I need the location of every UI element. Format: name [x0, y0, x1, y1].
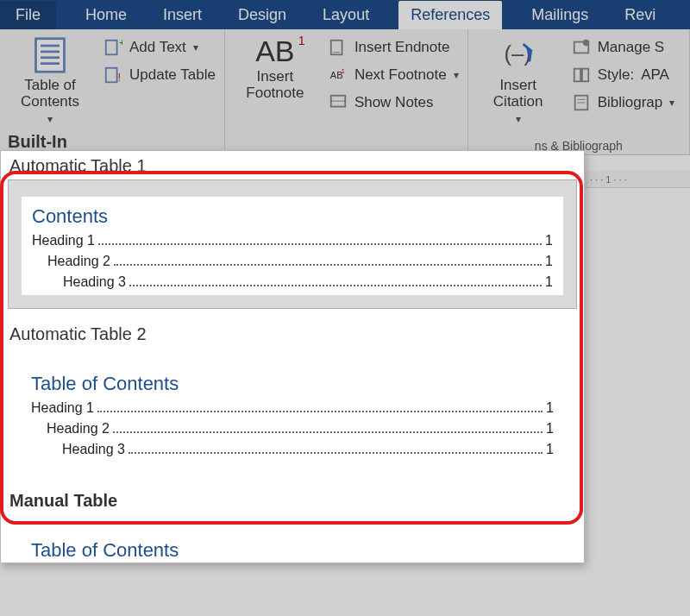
add-text-button[interactable]: + Add Text — [104, 38, 216, 57]
svg-point-17 — [582, 40, 588, 46]
manual-preview: Table of Contents — [21, 531, 564, 562]
auto2-row-0: Heading 11 — [31, 400, 554, 416]
svg-rect-18 — [574, 69, 580, 82]
group-citations: (–) Insert Citation Manage S Style: APA — [468, 29, 690, 154]
manage-sources-button[interactable]: Manage S — [572, 38, 675, 57]
auto2-row-2: Heading 31 — [31, 442, 554, 457]
update-table-button[interactable]: ! Update Table — [104, 66, 216, 85]
tab-file[interactable]: File — [0, 1, 56, 29]
insert-endnote-button[interactable]: Insert Endnote — [329, 38, 459, 57]
auto2-title: Table of Contents — [31, 373, 554, 395]
svg-rect-5 — [106, 41, 117, 55]
group-footnotes: AB1 Insert Footnote Insert Endnote AB1 N… — [225, 29, 468, 154]
gallery-header: Built-In — [8, 132, 67, 152]
svg-rect-7 — [106, 68, 117, 83]
gallery-category-manual: Manual Table — [1, 486, 584, 512]
endnote-icon — [329, 38, 348, 57]
tab-review[interactable]: Revi — [618, 1, 662, 29]
auto2-row-1: Heading 21 — [31, 421, 554, 437]
bibliography-label: Bibliograp — [598, 94, 663, 111]
next-footnote-label: Next Footnote — [354, 66, 447, 84]
ruler: · · · 1 · · · — [585, 171, 690, 188]
insert-citation-button[interactable]: (–) Insert Citation — [477, 35, 560, 137]
tab-mailings[interactable]: Mailings — [524, 1, 595, 29]
toc-icon — [31, 36, 69, 74]
style-value: APA — [641, 66, 669, 84]
ribbon-tabs: File Home Insert Design Layout Reference… — [0, 0, 690, 29]
gallery-category-auto1: Automatic Table 1 — [1, 151, 584, 178]
gallery-category-auto2: Automatic Table 2 — [1, 319, 584, 346]
next-footnote-icon: AB1 — [329, 66, 348, 85]
update-table-icon: ! — [104, 66, 122, 85]
svg-rect-0 — [36, 39, 65, 72]
manage-sources-label: Manage S — [598, 39, 665, 56]
show-notes-button[interactable]: Show Notes — [329, 93, 459, 112]
manual-title: Table of Contents — [31, 539, 554, 562]
toc-gallery: Built-In Automatic Table 1 Contents Head… — [0, 150, 585, 563]
svg-text:!: ! — [118, 71, 122, 84]
insert-citation-icon: (–) — [499, 36, 537, 74]
auto1-preview: Contents Heading 11 Heading 21 Heading 3… — [21, 196, 564, 296]
auto2-preview: Table of Contents Heading 11 Heading 21 … — [21, 364, 564, 462]
bibliography-button[interactable]: Bibliograp — [572, 93, 675, 112]
tab-layout[interactable]: Layout — [316, 1, 376, 29]
update-table-label: Update Table — [129, 66, 216, 84]
svg-rect-19 — [582, 69, 588, 82]
manage-sources-icon — [572, 38, 591, 57]
tab-design[interactable]: Design — [231, 1, 293, 29]
bibliography-icon — [572, 93, 591, 112]
auto1-row-0: Heading 11 — [32, 233, 553, 248]
gallery-option-auto2[interactable]: Table of Contents Heading 11 Heading 21 … — [8, 348, 577, 475]
style-icon — [572, 66, 591, 85]
tab-references[interactable]: References — [398, 1, 502, 29]
next-footnote-button[interactable]: AB1 Next Footnote — [329, 66, 459, 85]
svg-text:1: 1 — [342, 67, 345, 75]
insert-endnote-label: Insert Endnote — [354, 39, 450, 56]
toc-button-label: Table of Contents — [21, 78, 79, 110]
insert-citation-label: Insert Citation — [493, 78, 543, 110]
gallery-option-auto1[interactable]: Contents Heading 11 Heading 21 Heading 3… — [8, 179, 577, 309]
auto1-title: Contents — [32, 205, 553, 228]
footnote-ab-icon: AB1 — [255, 36, 294, 66]
add-text-icon: + — [104, 38, 122, 57]
insert-footnote-button[interactable]: AB1 Insert Footnote — [234, 35, 317, 153]
gallery-option-manual[interactable]: Table of Contents — [8, 514, 577, 563]
style-label: Style: — [598, 66, 635, 84]
style-selector[interactable]: Style: APA — [572, 66, 675, 85]
auto1-row-2: Heading 31 — [32, 274, 553, 290]
show-notes-label: Show Notes — [354, 94, 434, 111]
show-notes-icon — [329, 93, 348, 112]
tab-insert[interactable]: Insert — [156, 1, 209, 29]
auto1-row-1: Heading 21 — [32, 254, 553, 269]
add-text-label: Add Text — [129, 39, 186, 56]
svg-text:+: + — [119, 38, 122, 47]
tab-home[interactable]: Home — [78, 1, 134, 29]
ribbon: Table of Contents + Add Text ! Update Ta… — [0, 29, 690, 155]
svg-text:(–): (–) — [504, 41, 530, 66]
insert-footnote-label: Insert Footnote — [246, 69, 304, 101]
